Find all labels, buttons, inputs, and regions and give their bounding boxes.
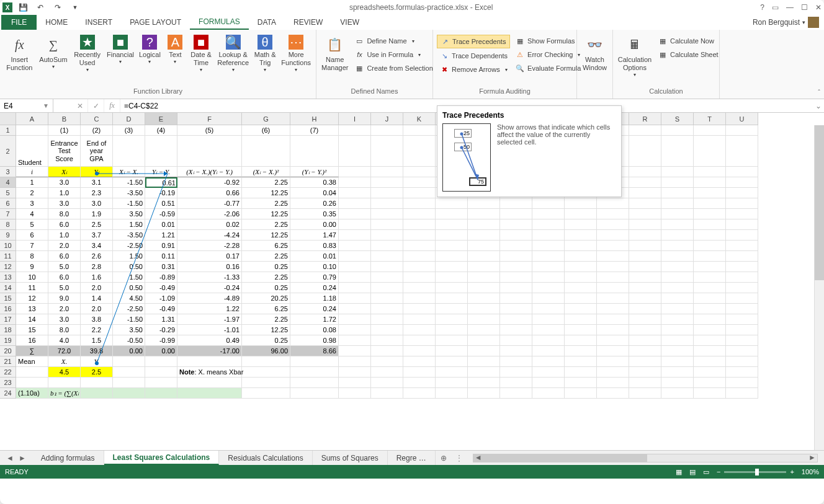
cell[interactable]: [339, 304, 371, 314]
cell[interactable]: [403, 367, 436, 378]
row-header-5[interactable]: 5: [0, 188, 16, 198]
cell[interactable]: [242, 388, 290, 399]
cell[interactable]: -0.92: [177, 177, 242, 188]
trace-precedents-button[interactable]: ↗Trace Precedents: [437, 35, 510, 48]
cell[interactable]: 6.0: [48, 219, 81, 230]
tab-review[interactable]: REVIEW: [285, 15, 331, 30]
cell[interactable]: [661, 125, 694, 136]
cell[interactable]: -1.97: [177, 314, 242, 325]
cell[interactable]: [726, 283, 758, 293]
cell[interactable]: 12.25: [242, 188, 290, 198]
cell[interactable]: [500, 283, 532, 293]
cell[interactable]: 6.25: [242, 304, 290, 314]
cell[interactable]: [403, 283, 436, 293]
cell[interactable]: 0.50: [113, 262, 145, 272]
column-header-A[interactable]: A: [16, 113, 48, 125]
cell[interactable]: [694, 283, 726, 293]
cell[interactable]: [436, 219, 468, 230]
cell[interactable]: [500, 325, 532, 335]
cell[interactable]: [726, 125, 758, 136]
cell[interactable]: 1.0: [48, 230, 81, 241]
cell[interactable]: [500, 272, 532, 283]
cell[interactable]: 0.17: [177, 251, 242, 262]
cell[interactable]: (Yᵢ − Y.)²: [290, 167, 339, 177]
cell[interactable]: 0.00: [145, 346, 177, 356]
column-header-T[interactable]: T: [694, 113, 726, 125]
cell[interactable]: 0.79: [290, 272, 339, 283]
cell[interactable]: [403, 346, 436, 356]
cell[interactable]: 10: [16, 272, 48, 283]
cell[interactable]: [629, 136, 661, 167]
cell[interactable]: 16: [16, 335, 48, 346]
cell[interactable]: [177, 356, 242, 367]
cell[interactable]: 3.0: [48, 198, 81, 209]
cell[interactable]: [661, 209, 694, 219]
cell[interactable]: 1.47: [290, 230, 339, 241]
cell[interactable]: 2.0: [81, 283, 113, 293]
cell[interactable]: 8: [16, 251, 48, 262]
cell[interactable]: [565, 378, 597, 388]
cell[interactable]: [726, 167, 758, 177]
row-header-6[interactable]: 6: [0, 198, 16, 209]
cell[interactable]: [468, 262, 500, 272]
cell[interactable]: [532, 230, 565, 241]
cell[interactable]: [371, 136, 403, 167]
cell[interactable]: [532, 241, 565, 251]
sheet-tab[interactable]: Residuals Calculations: [219, 451, 312, 465]
cell[interactable]: [371, 367, 403, 378]
cell[interactable]: 2.5: [81, 219, 113, 230]
cell[interactable]: 2.0: [48, 241, 81, 251]
horizontal-scrollbar[interactable]: ◄►: [473, 454, 818, 462]
tab-formulas[interactable]: FORMULAS: [190, 15, 249, 30]
row-header-20[interactable]: 20: [0, 346, 16, 356]
cell[interactable]: [371, 304, 403, 314]
row-header-24[interactable]: 24: [0, 388, 16, 399]
cell[interactable]: 1.21: [145, 230, 177, 241]
cell[interactable]: [242, 356, 290, 367]
cell[interactable]: [597, 335, 629, 346]
cell[interactable]: [597, 262, 629, 272]
cell[interactable]: [177, 388, 242, 399]
cell[interactable]: [371, 188, 403, 198]
cell[interactable]: [694, 198, 726, 209]
cell[interactable]: [339, 167, 371, 177]
cell[interactable]: [597, 367, 629, 378]
row-header-14[interactable]: 14: [0, 283, 16, 293]
cell[interactable]: [468, 293, 500, 304]
cell[interactable]: [661, 304, 694, 314]
tab-insert[interactable]: INSERT: [76, 15, 121, 30]
cell[interactable]: [339, 283, 371, 293]
cell[interactable]: [629, 177, 661, 188]
cell[interactable]: [694, 251, 726, 262]
cell[interactable]: Y.: [81, 356, 113, 367]
cell[interactable]: [661, 283, 694, 293]
cell[interactable]: [403, 304, 436, 314]
cell[interactable]: [532, 219, 565, 230]
cell[interactable]: [500, 262, 532, 272]
cell[interactable]: [726, 219, 758, 230]
cell[interactable]: (2): [81, 125, 113, 136]
cell[interactable]: [145, 356, 177, 367]
cell[interactable]: 2.25: [242, 251, 290, 262]
more-functions-button[interactable]: ⋯More Functions▾: [280, 32, 312, 76]
cell[interactable]: -2.06: [177, 209, 242, 219]
cell[interactable]: [694, 219, 726, 230]
cell[interactable]: [436, 251, 468, 262]
cell[interactable]: [726, 356, 758, 367]
cell[interactable]: [597, 241, 629, 251]
cell[interactable]: [694, 241, 726, 251]
cell[interactable]: 0.08: [290, 325, 339, 335]
cell[interactable]: [371, 198, 403, 209]
cell[interactable]: 72.0: [48, 346, 81, 356]
cell[interactable]: 3.50: [113, 209, 145, 219]
cell[interactable]: -1.09: [145, 293, 177, 304]
cell[interactable]: [403, 230, 436, 241]
autosum-button[interactable]: ∑AutoSum▾: [38, 32, 69, 73]
cell[interactable]: [565, 356, 597, 367]
cell[interactable]: [371, 346, 403, 356]
cell[interactable]: [597, 230, 629, 241]
cell[interactable]: [177, 378, 242, 388]
zoom-out-icon[interactable]: −: [717, 468, 720, 475]
cell[interactable]: [565, 209, 597, 219]
row-header-19[interactable]: 19: [0, 335, 16, 346]
